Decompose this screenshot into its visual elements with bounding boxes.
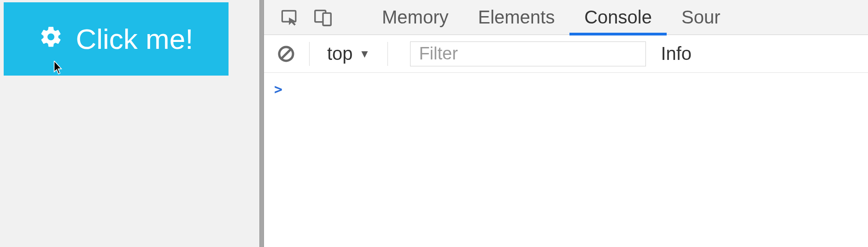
tab-elements[interactable]: Elements [463,0,569,35]
gear-icon [39,23,63,55]
tab-memory[interactable]: Memory [367,0,463,35]
console-output[interactable]: > [264,73,868,247]
select-element-icon[interactable] [273,0,306,35]
chevron-down-icon: ▼ [359,47,370,60]
devtools-panel: Memory Elements Console Sour top ▼ Info … [264,0,868,247]
toolbar-separator [387,42,388,66]
page-viewport: Click me! [0,0,259,247]
tab-console[interactable]: Console [569,0,667,35]
click-me-button[interactable]: Click me! [4,2,229,76]
execution-context-select[interactable]: top ▼ [319,43,378,64]
svg-rect-0 [282,11,296,22]
console-prompt-icon: > [274,81,282,97]
clear-console-icon[interactable] [272,40,300,68]
devtools-tabbar: Memory Elements Console Sour [264,0,868,35]
svg-rect-2 [323,13,331,25]
pane-divider[interactable] [259,0,264,247]
cursor-icon [53,61,64,78]
toolbar-separator [309,42,310,66]
click-me-button-label: Click me! [76,23,194,55]
toggle-device-toolbar-icon[interactable] [306,0,340,35]
tab-sources[interactable]: Sour [667,0,735,35]
svg-line-4 [282,49,291,59]
console-toolbar: top ▼ Info [264,35,868,73]
execution-context-label: top [327,43,353,64]
log-level-select[interactable]: Info [661,43,692,64]
console-filter-input[interactable] [410,41,646,66]
